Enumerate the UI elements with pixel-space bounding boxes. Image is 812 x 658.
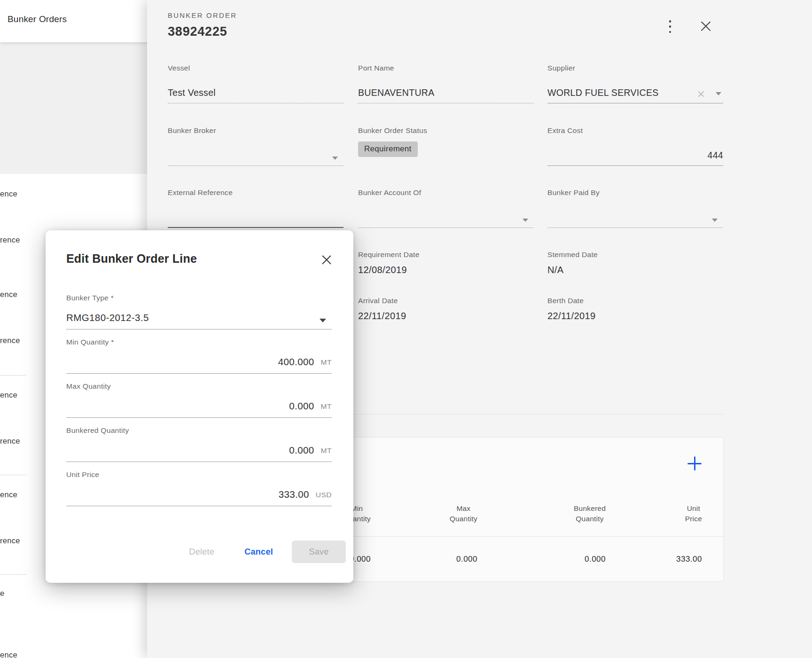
unit-adornment: USD [316, 491, 332, 500]
extra-cost-input[interactable]: 444 [547, 147, 723, 166]
cancel-button[interactable]: Cancel [244, 547, 273, 557]
order-id: 38924225 [168, 24, 227, 39]
unit-adornment: MT [321, 446, 332, 456]
field-bunker-broker: Bunker Broker [168, 126, 344, 166]
list-item-fragment[interactable]: rence [0, 437, 20, 446]
list-item-fragment[interactable]: ence [0, 490, 17, 499]
chevron-down-icon [320, 319, 326, 322]
cell-bunkered-quantity[interactable]: 0.000 [585, 555, 606, 564]
add-line-button[interactable] [687, 456, 702, 471]
field-max-quantity: Max Quantity 0.000 MT [66, 382, 332, 418]
field-label: Unit Price [66, 470, 332, 479]
field-label: Bunker Order Status [358, 126, 534, 135]
close-icon[interactable] [321, 254, 332, 265]
supplier-select[interactable]: WORLD FUEL SERVICES [547, 85, 723, 103]
port-name-input: BUENAVENTURA [358, 85, 534, 103]
list-item-fragment[interactable]: ence [0, 391, 17, 400]
field-label: Bunker Paid By [547, 188, 723, 197]
bunker-type-value: RMG180-2012-3.5 [66, 312, 149, 323]
field-label: Berth Date [547, 297, 723, 305]
max-quantity-value: 0.000 [289, 400, 314, 412]
field-min-quantity: Min Quantity * 400.000 MT [66, 338, 332, 374]
delete-button[interactable]: Delete [189, 547, 214, 557]
external-reference-input[interactable] [168, 209, 344, 228]
list-item-fragment[interactable]: e [0, 589, 4, 598]
header-line: Quantity [576, 514, 603, 524]
field-label: External Reference [168, 188, 344, 197]
field-port-name: Port Name BUENAVENTURA [358, 64, 534, 103]
list-item-fragment[interactable]: rence [0, 336, 20, 345]
cell-max-quantity[interactable]: 0.000 [456, 555, 477, 564]
cell-unit-price[interactable]: 333.00 [676, 555, 702, 564]
field-label: Arrival Date [358, 297, 534, 305]
field-label: Bunkered Quantity [66, 426, 332, 435]
list-item-fragment[interactable]: ence [0, 650, 17, 658]
column-header-bunkered-quantity: Bunkered Quantity [574, 503, 606, 524]
list-item-fragment[interactable]: ence [0, 189, 17, 198]
chevron-down-icon[interactable] [716, 92, 721, 95]
field-bunker-type: Bunker Type * RMG180-2012-3.5 [66, 294, 332, 329]
list-item-fragment[interactable]: rence [0, 235, 20, 244]
bunker-account-of-select[interactable] [358, 209, 534, 228]
field-berth-date: Berth Date 22/11/2019 [547, 297, 723, 321]
panel-title: BUNKER ORDER [168, 11, 237, 19]
unit-adornment: MT [321, 358, 332, 368]
field-vessel: Vessel Test Vessel [168, 64, 344, 103]
min-quantity-input[interactable]: 400.000 MT [66, 352, 332, 374]
min-quantity-value: 400.000 [278, 356, 314, 368]
stemmed-date-value: N/A [547, 265, 723, 275]
unit-price-value: 333.00 [279, 489, 309, 500]
field-extra-cost: Extra Cost 444 [547, 126, 723, 166]
column-header-unit-price: Unit Price [685, 503, 702, 524]
field-external-reference: External Reference [168, 188, 344, 228]
supplier-value: WORLD FUEL SERVICES [547, 87, 659, 98]
field-label: Bunker Type * [66, 294, 332, 302]
page-title: Bunker Orders [8, 14, 67, 24]
berth-date-value: 22/11/2019 [547, 311, 723, 321]
bunkered-quantity-value: 0.000 [289, 445, 314, 456]
bunker-paid-by-select[interactable] [547, 209, 723, 228]
list-item-fragment[interactable]: rence [0, 536, 20, 545]
close-icon[interactable] [700, 20, 711, 32]
arrival-date-value: 22/11/2019 [358, 311, 534, 321]
vessel-input: Test Vessel [168, 85, 344, 103]
extra-cost-value: 444 [708, 150, 723, 161]
clear-icon[interactable] [697, 90, 704, 97]
field-label: Bunker Broker [168, 126, 344, 135]
field-bunker-order-status: Bunker Order Status Requirement [358, 126, 534, 157]
header-line: Price [685, 514, 702, 524]
modal-title: Edit Bunker Order Line [66, 252, 197, 266]
save-button[interactable]: Save [292, 540, 346, 563]
chevron-down-icon[interactable] [332, 157, 338, 160]
bunker-broker-select[interactable] [168, 147, 344, 166]
requirement-date-value: 12/08/2019 [358, 265, 534, 275]
list-item-fragment[interactable]: ence [0, 290, 17, 299]
field-bunker-paid-by: Bunker Paid By [547, 188, 723, 228]
header-line: Quantity [450, 514, 477, 524]
field-bunker-account-of: Bunker Account Of [358, 188, 534, 228]
field-arrival-date: Arrival Date 22/11/2019 [358, 297, 534, 321]
column-header-max-quantity: Max Quantity [450, 503, 477, 524]
field-label: Supplier [547, 64, 723, 72]
field-label: Port Name [358, 64, 534, 72]
chevron-down-icon[interactable] [712, 219, 718, 222]
port-name-value: BUENAVENTURA [358, 87, 435, 98]
bunker-type-select[interactable]: RMG180-2012-3.5 [66, 308, 332, 329]
field-label: Min Quantity * [66, 338, 332, 346]
bunkered-quantity-input[interactable]: 0.000 MT [66, 440, 332, 462]
field-bunkered-quantity: Bunkered Quantity 0.000 MT [66, 426, 332, 462]
field-label: Max Quantity [66, 382, 332, 391]
header-line: Bunkered [574, 503, 606, 514]
unit-price-input[interactable]: 333.00 USD [66, 485, 332, 506]
field-label: Bunker Account Of [358, 188, 534, 197]
field-supplier: Supplier WORLD FUEL SERVICES [547, 64, 723, 103]
field-label: Stemmed Date [547, 251, 723, 259]
top-bar: Bunker Orders [0, 0, 160, 42]
field-requirement-date: Requirement Date 12/08/2019 [358, 251, 534, 275]
vessel-value: Test Vessel [168, 87, 216, 98]
more-menu-icon[interactable] [666, 20, 674, 33]
chevron-down-icon[interactable] [523, 219, 528, 222]
max-quantity-input[interactable]: 0.000 MT [66, 396, 332, 418]
status-badge: Requirement [358, 141, 418, 157]
field-label: Vessel [168, 64, 344, 72]
